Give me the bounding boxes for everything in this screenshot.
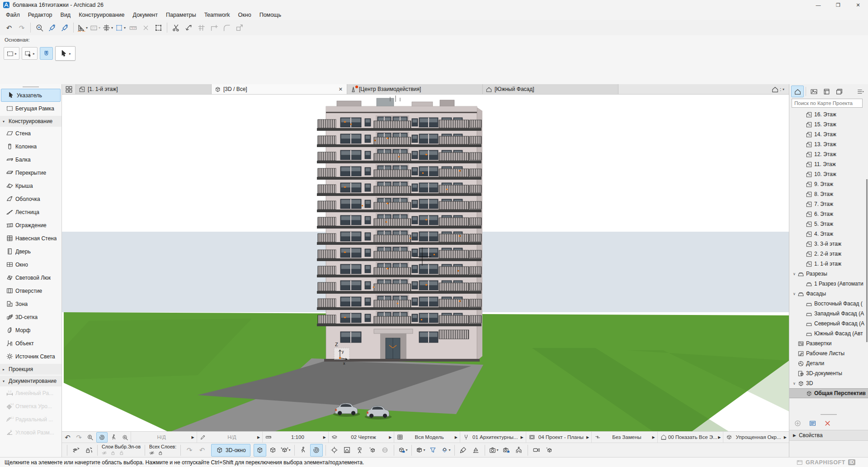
tab-interaction-center[interactable]: [Центр Взаимодействия] xyxy=(347,84,483,94)
unlock-all-layers-icon[interactable] xyxy=(158,450,163,456)
view-map-button[interactable] xyxy=(808,86,820,97)
guide-lines-button[interactable]: ▾ xyxy=(76,22,88,33)
walk-mode-button[interactable] xyxy=(297,444,309,456)
tree-item-floor-13[interactable]: 13. Этаж xyxy=(789,139,868,149)
tab-list-button[interactable]: :▾ xyxy=(767,84,789,94)
view-forward-button[interactable]: ↷ xyxy=(74,433,84,442)
tree-item-floor-7[interactable]: 7. Этаж xyxy=(789,199,868,209)
orbit-button[interactable] xyxy=(96,432,108,443)
tree-item-floor-14[interactable]: 14. Этаж xyxy=(789,129,868,139)
place-camera-button[interactable] xyxy=(354,444,366,456)
toggle-lock-button[interactable] xyxy=(83,444,94,456)
minimize-button[interactable]: — xyxy=(808,0,828,10)
delete-viewpoint-button[interactable] xyxy=(824,419,831,427)
undo-button[interactable]: ↶ xyxy=(3,22,15,33)
shell-tool[interactable]: Оболочка xyxy=(0,192,61,205)
tree-item-elevations-folder[interactable]: ∨Фасады xyxy=(789,289,868,299)
menu-item-5[interactable]: Параметры xyxy=(162,10,200,19)
opening-tool[interactable]: Отверстие xyxy=(0,284,61,297)
menu-item-3[interactable]: Конструирование xyxy=(75,10,128,19)
element-visibility-field[interactable]: 00 Показать Все Э...▶ xyxy=(657,432,723,443)
menu-item-0[interactable]: Файл xyxy=(2,10,24,19)
unlock-selected-layer-icon[interactable] xyxy=(119,450,124,456)
tab-south-elevation[interactable]: [Южный Фасад] xyxy=(483,84,618,94)
3d-viewport[interactable]: Zyx xyxy=(62,95,789,431)
navigator-menu-button[interactable] xyxy=(854,86,866,97)
inject-parameters-button[interactable] xyxy=(59,22,71,33)
orbit-mode-button[interactable] xyxy=(310,444,323,457)
tree-item-floor-6[interactable]: 6. Этаж xyxy=(789,209,868,219)
menu-item-6[interactable]: Teamwork xyxy=(200,10,234,19)
wall-tool[interactable]: Стена xyxy=(0,127,61,140)
paint-surface-button[interactable] xyxy=(458,444,469,456)
pen-set-field[interactable]: 02 Чертеж▶ xyxy=(328,432,394,443)
3d-styles-button[interactable]: ▾ xyxy=(397,444,409,456)
magnet-button[interactable] xyxy=(40,47,53,60)
tree-item-floor-12[interactable]: 12. Этаж xyxy=(789,149,868,159)
cutting-planes-button[interactable] xyxy=(367,444,378,456)
beam-tool[interactable]: Балка xyxy=(0,153,61,166)
column-tool[interactable]: Колонна xyxy=(0,140,61,153)
marquee-favorites-button[interactable]: ▸ xyxy=(4,47,19,60)
zone-tool[interactable]: Зона xyxy=(0,297,61,310)
section-design[interactable]: ▾Конструирование xyxy=(0,116,61,127)
sun-settings-button[interactable] xyxy=(513,444,525,456)
cutaway-3d-button[interactable]: ▾ xyxy=(440,444,452,456)
tree-item-folder-3d[interactable]: ∨3D xyxy=(789,378,868,388)
intersect-button[interactable] xyxy=(208,22,220,33)
search-input[interactable] xyxy=(792,99,863,108)
redo-button[interactable]: ↷ xyxy=(16,22,28,33)
close-button[interactable]: ✕ xyxy=(848,0,868,10)
override-surface-button[interactable] xyxy=(470,444,482,456)
object-tool[interactable]: Объект xyxy=(0,337,61,350)
viewpoint-settings-button[interactable] xyxy=(809,419,816,427)
transfer-parameters-button[interactable] xyxy=(46,22,58,33)
menu-item-4[interactable]: Документ xyxy=(129,10,162,19)
render-preview-button[interactable] xyxy=(543,444,555,456)
scale-field[interactable]: 1:100▶ xyxy=(262,432,328,443)
curtain-wall-tool[interactable]: Навесная Стена xyxy=(0,232,61,245)
coordinate-input-button[interactable]: XY▾ xyxy=(89,22,101,33)
tree-item-floor-5[interactable]: 5. Этаж xyxy=(789,219,868,229)
section-documentation[interactable]: ▾Документирование xyxy=(0,376,61,386)
show-all-layers-icon[interactable] xyxy=(149,450,155,456)
environment-style-field[interactable]: Упрощенная Окр...▶ xyxy=(723,432,789,443)
zoom-in-button[interactable] xyxy=(85,433,95,442)
tree-item-elevation-north[interactable]: Северный Фасад (А xyxy=(789,319,868,329)
photo-render-button[interactable]: ▾ xyxy=(488,444,500,456)
level-dimension-tool[interactable]: 1.2Отметка Уро... xyxy=(0,400,61,413)
railing-tool[interactable]: Ограждение xyxy=(0,219,61,232)
project-map-button[interactable] xyxy=(791,86,804,97)
radial-dimension-tool[interactable]: 1.2Радиальный ... xyxy=(0,413,61,426)
marquee-filter-3d-button[interactable] xyxy=(427,444,439,456)
slab-tool[interactable]: Перекрытие xyxy=(0,166,61,179)
restore-button[interactable]: ❐ xyxy=(828,0,848,10)
resize-button[interactable] xyxy=(233,22,245,33)
add-viewpoint-button[interactable] xyxy=(794,419,802,427)
menu-item-7[interactable]: Окно xyxy=(234,10,255,19)
tab-overview-button[interactable] xyxy=(62,84,76,94)
hide-selected-layer-icon[interactable] xyxy=(102,450,107,456)
layer-combination-field[interactable]: 04 Проект - Планы▶ xyxy=(526,432,592,443)
properties-section[interactable]: ▶ Свойства xyxy=(789,430,868,441)
snap-guides-button[interactable]: ▾ xyxy=(114,22,126,33)
angle-dimension-tool[interactable]: αУгловой Разм... xyxy=(0,426,61,439)
render-settings-button[interactable] xyxy=(500,444,512,456)
linear-dimension-tool[interactable]: 1.2Линейный Ра... xyxy=(0,386,61,400)
layer-undo-button[interactable]: ↶ xyxy=(196,444,208,456)
fillet-button[interactable] xyxy=(221,22,232,33)
look-to-button[interactable] xyxy=(329,444,340,456)
publisher-sets-button[interactable] xyxy=(833,86,845,97)
filter-elements-3d-button[interactable]: ▾ xyxy=(415,444,426,456)
tree-item-floor-3[interactable]: 3. 3-й этаж xyxy=(789,239,868,249)
rotate-model-button[interactable] xyxy=(379,444,391,456)
menu-item-2[interactable]: Вид xyxy=(57,10,75,19)
tree-item-details[interactable]: Детали xyxy=(789,358,868,368)
tree-item-section-auto-1[interactable]: 1 Разрез (Автомати xyxy=(789,279,868,289)
tree-item-floor-15[interactable]: 15. Этаж xyxy=(789,119,868,129)
marquee-tool[interactable]: Бегущая Рамка xyxy=(0,102,61,115)
tree-item-interior-elevations[interactable]: Развертки xyxy=(789,338,868,348)
tree-item-floor-9[interactable]: 9. Этаж xyxy=(789,179,868,189)
arrow-favorites-button[interactable]: ▸ xyxy=(22,47,38,60)
pen-preview-field[interactable]: Н/Д▶ xyxy=(197,432,263,443)
